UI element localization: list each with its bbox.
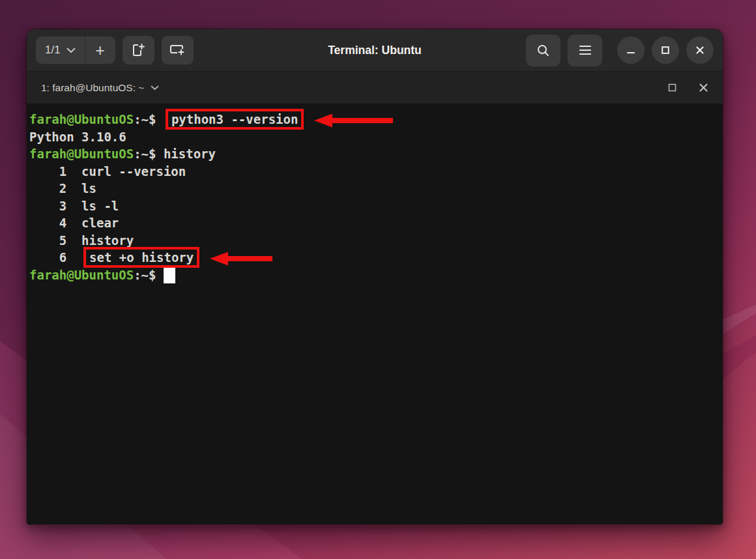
terminal-window: Terminal: Ubuntu 1/1 + [26,29,723,525]
add-terminal-right-icon [131,43,145,57]
terminal-text: :~$ [134,147,164,161]
session-controls: 1/1 + [36,36,115,64]
window-controls [526,35,714,66]
terminal-line: 1 curl --version [29,163,719,180]
tab-controls [667,83,708,93]
terminal-text: 3 ls -l [29,199,119,213]
terminal-line: farah@UbuntuOS:~$ [29,266,719,284]
terminal-line: 2 ls [29,180,719,197]
terminal-text: 4 clear [29,216,119,230]
menu-button[interactable] [568,35,602,66]
terminal-line: 3 ls -l [29,197,719,215]
terminal-text: 1 curl --version [29,164,186,179]
maximize-icon [661,46,670,55]
close-button[interactable] [686,36,714,64]
terminal-line: Python 3.10.6 [29,128,719,146]
hamburger-menu-icon [579,45,592,55]
close-icon [695,46,705,55]
terminal-text: :~$ [134,112,164,126]
tab-bar: 1: farah@UbuntuOS: ~ [27,71,723,104]
desktop-wallpaper: Terminal: Ubuntu 1/1 + [0,0,756,559]
terminal-text: :~$ [134,268,164,282]
terminal-text: history [164,147,216,161]
add-terminal-down-button[interactable] [162,36,194,64]
terminal-screen[interactable]: farah@UbuntuOS:~$ python3 --versionPytho… [27,104,723,524]
tab-title: 1: farah@UbuntuOS: ~ [41,82,144,94]
terminal-cursor [164,268,175,283]
session-indicator-dropdown[interactable]: 1/1 [36,36,85,64]
session-indicator-label: 1/1 [45,44,61,57]
terminal-text: 2 ls [29,181,96,195]
chevron-down-icon [151,85,159,91]
add-terminal-down-icon [169,43,185,57]
terminal-line: 4 clear [29,214,719,232]
terminal-text: 5 history [29,233,134,248]
annotation-arrow-icon [314,112,394,129]
maximize-button[interactable] [652,36,679,64]
minimize-button[interactable] [617,36,645,64]
highlight-box: python3 --version [166,109,304,130]
chevron-down-icon [66,48,76,53]
terminal-text: farah@UbuntuOS [29,147,134,161]
terminal-line: farah@UbuntuOS:~$ history [29,145,719,163]
minimize-icon [626,46,635,55]
terminal-text: 6 [29,250,81,265]
tab-session-1[interactable]: 1: farah@UbuntuOS: ~ [41,82,159,94]
search-button[interactable] [526,35,560,66]
tab-maximize-icon[interactable] [667,83,677,93]
tab-close-icon[interactable] [699,83,708,93]
terminal-line: farah@UbuntuOS:~$ python3 --version [29,111,719,128]
header-bar: Terminal: Ubuntu 1/1 + [27,29,723,71]
annotation-arrow-icon [210,250,273,267]
terminal-text: farah@UbuntuOS [29,112,134,126]
add-terminal-right-button[interactable] [123,36,154,64]
new-session-button[interactable]: + [85,36,115,64]
search-icon [536,44,550,57]
highlight-box: set +o history [83,247,199,268]
terminal-text: Python 3.10.6 [29,130,126,144]
terminal-line: 6 set +o history [29,249,719,266]
plus-icon: + [95,42,105,59]
terminal-text: farah@UbuntuOS [29,268,134,282]
